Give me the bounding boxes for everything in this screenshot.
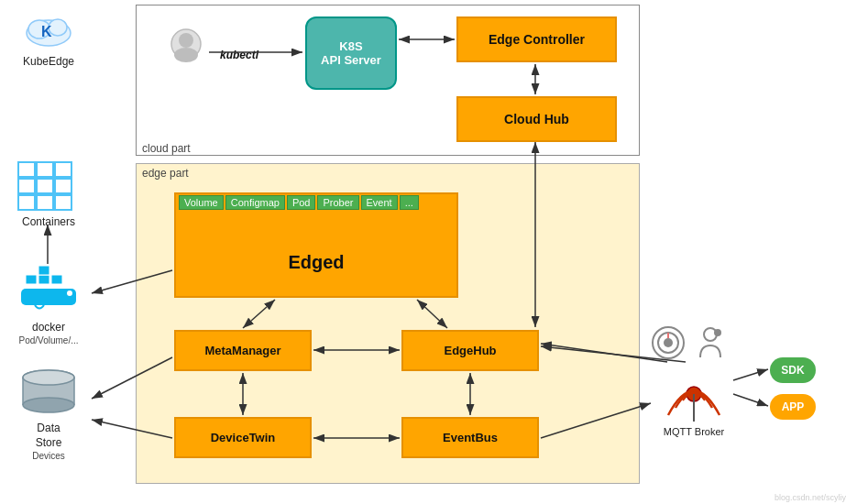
edged-tag-more: ... [400, 195, 419, 210]
svg-point-5 [179, 33, 193, 48]
cloud-hub-box: Cloud Hub [456, 96, 617, 142]
sdk-label: SDK [781, 364, 804, 377]
svg-line-55 [733, 369, 768, 380]
svg-rect-16 [21, 289, 76, 305]
datastore-label-line1: Data [7, 422, 90, 434]
edged-label: Edged [174, 227, 458, 298]
edged-tag-volume: Volume [179, 195, 224, 210]
datastore-wrap: Data Store Devices [7, 367, 90, 461]
svg-rect-13 [18, 195, 35, 210]
svg-point-6 [174, 48, 198, 62]
iot-icons [651, 325, 728, 360]
app-label: APP [782, 400, 805, 413]
k8s-api-server-box: K8S API Server [305, 16, 397, 90]
edged-tag-pod: Pod [287, 195, 316, 210]
datastore-label-line2: Store [7, 436, 90, 449]
svg-rect-19 [51, 275, 62, 284]
svg-rect-8 [37, 162, 53, 177]
cloud-part-label: cloud part [142, 142, 191, 155]
k8s-line1: K8S [339, 39, 362, 53]
docker-wrap: docker Pod/Volume/... [7, 266, 90, 345]
svg-point-21 [67, 290, 72, 296]
edge-controller-box: Edge Controller [456, 16, 617, 62]
k8s-line2: API Server [321, 53, 381, 67]
user-icon-wrap [160, 27, 211, 81]
svg-rect-20 [38, 266, 49, 275]
kubeedge-logo: K KubeEdge [7, 7, 90, 68]
edge-controller-label: Edge Controller [489, 32, 585, 47]
edged-tag-prober: Prober [317, 195, 358, 210]
event-bus-box: EventBus [401, 417, 539, 458]
meta-manager-label: MetaManager [204, 344, 280, 357]
svg-rect-15 [55, 195, 71, 210]
svg-rect-18 [38, 275, 49, 284]
svg-point-30 [664, 338, 673, 347]
pod-volume-label: Pod/Volume/... [7, 335, 90, 345]
edged-tags: Volume Configmap Pod Prober Event ... [179, 195, 419, 210]
containers-label: Containers [7, 215, 90, 228]
svg-rect-10 [18, 179, 35, 193]
svg-text:K: K [41, 24, 52, 39]
device-twin-label: DeviceTwin [211, 431, 276, 444]
edged-tag-event: Event [361, 195, 398, 210]
watermark: blog.csdn.net/scyliy [775, 493, 846, 502]
event-bus-label: EventBus [443, 431, 498, 444]
app-box: APP [770, 394, 816, 420]
mqtt-broker-wrap: MQTT Broker [653, 357, 735, 437]
svg-point-33 [714, 329, 721, 336]
edge-hub-label: EdgeHub [444, 344, 496, 357]
mqtt-broker-label: MQTT Broker [653, 426, 735, 437]
svg-rect-7 [18, 162, 35, 177]
devices-label: Devices [7, 451, 90, 461]
sdk-box: SDK [770, 357, 816, 383]
cloud-hub-label: Cloud Hub [504, 112, 569, 126]
docker-label: docker [7, 321, 90, 334]
svg-line-56 [733, 394, 768, 406]
meta-manager-box: MetaManager [174, 330, 312, 371]
edge-part-label: edge part [142, 167, 189, 180]
kubectl-label: kubectl [220, 49, 258, 61]
svg-rect-9 [55, 162, 71, 177]
svg-point-25 [23, 370, 74, 385]
kubeedge-icon: K [21, 7, 76, 53]
svg-point-24 [23, 398, 74, 412]
svg-rect-17 [26, 275, 37, 284]
svg-rect-14 [37, 195, 53, 210]
edged-tag-configmap: Configmap [225, 195, 285, 210]
svg-rect-12 [55, 179, 71, 193]
svg-rect-11 [37, 179, 53, 193]
kubeedge-label: KubeEdge [7, 55, 90, 68]
edge-hub-box: EdgeHub [401, 330, 539, 371]
containers-wrap: Containers [7, 160, 90, 228]
device-twin-box: DeviceTwin [174, 417, 312, 458]
